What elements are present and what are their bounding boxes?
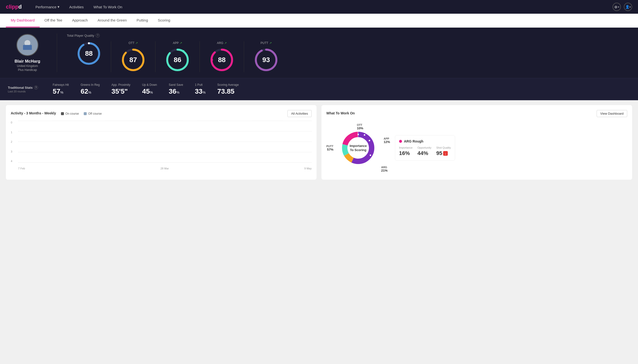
total-score-number: 88	[85, 50, 93, 58]
stat-1-putt: 1 Putt 33%	[195, 83, 206, 95]
y-label-0: 0	[11, 121, 12, 124]
tab-bar: My Dashboard Off the Tee Approach Around…	[0, 14, 638, 28]
vertical-divider	[57, 34, 57, 72]
user-icon: 👤	[625, 5, 629, 9]
arg-ring: 88	[209, 48, 234, 72]
top-navigation: clippd Performance ▾ Activities What To …	[0, 0, 638, 14]
arg-rough-title: ARG Rough	[404, 139, 423, 143]
arg-label: ARG ↗	[217, 41, 227, 45]
total-ring: 88	[77, 41, 101, 66]
svg-point-24	[364, 134, 365, 136]
tab-my-dashboard[interactable]: My Dashboard	[6, 14, 40, 28]
chart-header: Activity - 3 Months - Weekly On course O…	[11, 110, 312, 117]
hero-section: Blair McHarg United Kingdom Plus Handica…	[0, 28, 638, 78]
svg-point-5	[88, 42, 90, 44]
arg-donut-label: ARG 21%	[381, 166, 387, 172]
trend-up-icon: ↗	[269, 41, 272, 45]
help-icon[interactable]: ?	[96, 34, 100, 38]
putt-score-card: PUTT ↗ 93	[244, 41, 288, 72]
stat-fairways-hit: Fairways Hit 57%	[53, 83, 69, 95]
svg-point-8	[138, 50, 140, 52]
stat-value: 35'5"	[111, 88, 130, 95]
what-to-work-on-card: What To Work On View Dashboard PUTT 57% …	[321, 105, 632, 180]
importance-value: 16%	[399, 150, 412, 156]
app-ring: 86	[165, 48, 190, 72]
putt-donut-label: PUTT 57%	[326, 145, 333, 151]
down-badge: ↓	[443, 151, 448, 156]
help-icon[interactable]: ?	[34, 86, 38, 90]
nav-performance[interactable]: Performance ▾	[32, 3, 63, 11]
opportunity-metric: Opportunity 44%	[417, 146, 431, 156]
arg-score-number: 88	[218, 56, 226, 64]
tab-around-the-green[interactable]: Around the Green	[93, 14, 132, 28]
chevron-down-icon: ▾	[618, 6, 619, 8]
svg-text:Importance: Importance	[350, 144, 367, 148]
trend-up-icon: ↗	[180, 41, 182, 45]
nav-what-to-work-on[interactable]: What To Work On	[90, 3, 126, 11]
nav-links: Performance ▾ Activities What To Work On	[32, 3, 612, 11]
donut-chart-container: PUTT 57% OTT 10% APP 12% ARG 21%	[326, 121, 390, 175]
y-label-3: 3	[11, 150, 12, 153]
x-label-feb: 7 Feb	[18, 167, 25, 170]
stats-sub-label: Last 20 rounds	[8, 90, 26, 93]
arg-rough-dot	[399, 140, 402, 143]
arg-rough-detail-card: ARG Rough Importance 16% Opportunity 44%…	[395, 135, 455, 160]
legend-off-course: Off course	[84, 112, 102, 116]
view-dashboard-button[interactable]: View Dashboard	[597, 110, 627, 117]
chevron-down-icon: ▾	[629, 6, 631, 8]
user-menu-button[interactable]: 👤 ▾	[624, 3, 632, 11]
svg-rect-2	[23, 45, 32, 50]
tab-putting[interactable]: Putting	[132, 14, 153, 28]
add-button[interactable]: ⊕ ▾	[612, 3, 621, 11]
on-course-dot	[61, 112, 64, 115]
detail-metrics: Importance 16% Opportunity 44% Shot Qual…	[399, 146, 451, 156]
importance-metric: Importance 16%	[399, 146, 412, 156]
stat-up-and-down: Up & Down 45%	[142, 83, 157, 95]
app-label: APP ↗	[173, 41, 182, 45]
stats-items: Fairways Hit 57% Greens In Reg 62% App. …	[53, 83, 630, 95]
score-circles: 88 OTT ↗ 87	[67, 41, 630, 72]
shot-quality-label: Shot Quality	[436, 146, 451, 149]
y-label-4: 4	[11, 160, 12, 162]
tab-off-the-tee[interactable]: Off the Tee	[40, 14, 67, 28]
player-name: Blair McHarg	[15, 59, 40, 64]
chart-area: 4 3 2 1 0	[11, 121, 312, 170]
what-to-work-on-title: What To Work On	[326, 111, 355, 115]
trend-up-icon: ↗	[135, 41, 138, 45]
putt-label: PUTT ↗	[261, 41, 272, 45]
stat-value: 57%	[53, 88, 69, 95]
chevron-down-icon: ▾	[58, 5, 60, 9]
shot-quality-badge: 95 ↓	[436, 150, 448, 156]
player-handicap: Plus Handicap	[18, 68, 37, 72]
card-header: What To Work On View Dashboard	[326, 110, 627, 117]
x-axis-labels: 7 Feb 28 Mar 9 May	[18, 167, 312, 170]
all-activities-button[interactable]: All Activities	[287, 110, 312, 117]
trend-up-icon: ↗	[224, 41, 227, 45]
ott-ring: 87	[121, 48, 145, 72]
opportunity-value: 44%	[417, 150, 431, 156]
legend-on-course: On course	[61, 112, 79, 116]
app-score-card: APP ↗ 86	[155, 41, 200, 72]
shot-quality-value: 95 ↓	[436, 150, 451, 156]
nav-activities[interactable]: Activities	[65, 3, 88, 11]
stat-name: 1 Putt	[195, 83, 206, 86]
avatar-image	[20, 38, 35, 52]
player-info: Blair McHarg United Kingdom Plus Handica…	[8, 34, 47, 72]
player-country: United Kingdom	[17, 64, 38, 68]
stat-name: Fairways Hit	[53, 83, 69, 86]
svg-text:To Scoring: To Scoring	[350, 148, 366, 152]
svg-point-25	[369, 140, 370, 141]
ott-label: OTT ↗	[129, 41, 138, 45]
tab-scoring[interactable]: Scoring	[153, 14, 175, 28]
importance-label: Importance	[399, 146, 412, 149]
stat-value: 62%	[81, 88, 100, 95]
ott-score-number: 87	[129, 56, 137, 64]
off-course-dot	[84, 112, 87, 115]
tab-approach[interactable]: Approach	[67, 14, 93, 28]
app-logo: clippd	[6, 4, 22, 10]
y-label-2: 2	[11, 140, 12, 143]
stat-name: Greens In Reg	[81, 83, 100, 86]
svg-point-23	[357, 134, 359, 135]
nav-right-actions: ⊕ ▾ 👤 ▾	[612, 3, 632, 11]
stat-app-proximity: App. Proximity 35'5"	[111, 83, 130, 95]
